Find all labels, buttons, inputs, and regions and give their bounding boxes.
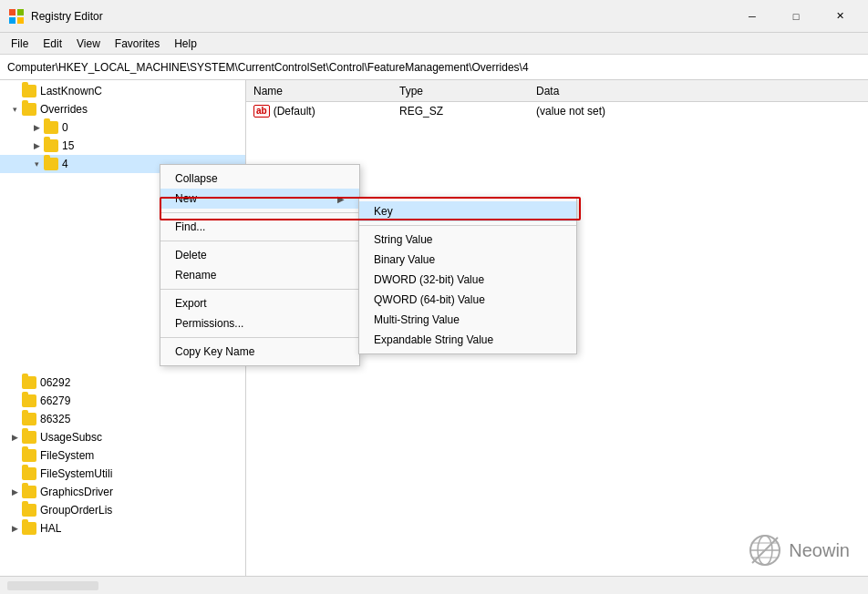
sub-ctx-qword-label: QWORD (64-bit) Value — [374, 293, 485, 306]
col-data: Data — [529, 85, 868, 97]
sub-context-menu: Key String Value Binary Value DWORD (32-… — [358, 197, 577, 354]
sub-ctx-key[interactable]: Key — [359, 201, 576, 221]
tree-item-overrides[interactable]: ▾ Overrides — [0, 100, 245, 118]
tree-label: 86325 — [40, 413, 70, 425]
expand-icon — [7, 466, 22, 481]
folder-icon — [22, 467, 36, 480]
ctx-permissions[interactable]: Permissions... — [160, 313, 359, 333]
tree-item-usagesubsc[interactable]: ▶ UsageSubsc — [0, 428, 245, 446]
expand-icon: ▶ — [7, 485, 22, 499]
ctx-find-label: Find... — [175, 220, 205, 233]
expand-icon: ▶ — [29, 120, 44, 135]
sub-ctx-string[interactable]: String Value — [359, 230, 576, 250]
tree-item-0[interactable]: ▶ 0 — [0, 118, 245, 137]
folder-icon — [22, 431, 36, 444]
ctx-delete[interactable]: Delete — [160, 245, 359, 265]
ctx-export[interactable]: Export — [160, 293, 359, 313]
ctx-new[interactable]: New ▶ — [160, 189, 359, 209]
cell-name: ab (Default) — [246, 105, 392, 118]
maximize-button[interactable]: □ — [775, 2, 817, 31]
ctx-collapse[interactable]: Collapse — [160, 169, 359, 189]
expand-icon — [7, 503, 22, 517]
ctx-find[interactable]: Find... — [160, 217, 359, 237]
tree-label: UsageSubsc — [40, 431, 102, 444]
tree-item-filesystemutili[interactable]: FileSystemUtili — [0, 465, 245, 483]
expand-icon — [7, 375, 22, 390]
svg-rect-1 — [17, 9, 24, 15]
separator-2 — [160, 241, 359, 241]
tree-item-lastknownc[interactable]: LastKnownC — [0, 82, 245, 100]
ctx-rename[interactable]: Rename — [160, 265, 359, 285]
tree-item-86325[interactable]: 86325 — [0, 410, 245, 428]
ctx-delete-label: Delete — [175, 249, 207, 261]
neowin-watermark: Neowin — [749, 534, 850, 567]
folder-icon — [22, 85, 36, 97]
col-type: Type — [392, 85, 529, 97]
tree-item-filesystem[interactable]: FileSystem — [0, 446, 245, 465]
sub-ctx-string-label: String Value — [374, 233, 432, 246]
tree-label: 0 — [62, 121, 68, 134]
address-bar: Computer\HKEY_LOCAL_MACHINE\SYSTEM\Curre… — [0, 55, 868, 80]
tree-label: GroupOrderLis — [40, 504, 112, 517]
sub-ctx-multistring-label: Multi-String Value — [374, 313, 460, 326]
folder-icon — [22, 522, 36, 535]
sub-ctx-qword[interactable]: QWORD (64-bit) Value — [359, 290, 576, 310]
ab-icon: ab — [253, 105, 270, 118]
sub-ctx-multistring[interactable]: Multi-String Value — [359, 310, 576, 330]
expand-icon: ▾ — [7, 102, 22, 117]
cell-data: (value not set) — [529, 105, 868, 118]
tree-item-06292[interactable]: 06292 — [0, 374, 245, 392]
menu-favorites[interactable]: Favorites — [108, 36, 167, 52]
window-controls: ─ □ ✕ — [731, 2, 861, 31]
close-button[interactable]: ✕ — [819, 2, 861, 31]
separator-3 — [160, 289, 359, 290]
folder-icon — [22, 449, 36, 462]
separator-4 — [160, 337, 359, 338]
col-name: Name — [246, 85, 392, 97]
tree-item-hal[interactable]: ▶ HAL — [0, 519, 245, 538]
folder-icon — [22, 413, 36, 425]
scrollbar[interactable] — [7, 581, 98, 590]
folder-icon — [22, 504, 36, 517]
sub-ctx-dword[interactable]: DWORD (32-bit) Value — [359, 270, 576, 290]
tree-label: GraphicsDriver — [40, 486, 113, 498]
sub-separator-1 — [359, 225, 576, 226]
submenu-arrow: ▶ — [337, 194, 345, 204]
title-bar: Registry Editor ─ □ ✕ — [0, 0, 868, 33]
ctx-new-label: New — [175, 192, 197, 205]
folder-icon — [22, 486, 36, 498]
expand-icon — [7, 394, 22, 408]
expand-icon: ▾ — [29, 157, 44, 171]
tree-label: FileSystem — [40, 449, 94, 462]
tree-label: Overrides — [40, 103, 88, 116]
folder-icon — [22, 376, 36, 389]
address-path: Computer\HKEY_LOCAL_MACHINE\SYSTEM\Curre… — [7, 61, 529, 74]
minimize-button[interactable]: ─ — [731, 2, 773, 31]
tree-label: 06292 — [40, 376, 70, 389]
separator-1 — [160, 212, 359, 213]
tree-item-66279[interactable]: 66279 — [0, 392, 245, 410]
sub-ctx-key-label: Key — [374, 205, 393, 218]
menu-file[interactable]: File — [4, 36, 36, 52]
menu-view[interactable]: View — [69, 36, 108, 52]
menu-bar: File Edit View Favorites Help — [0, 33, 868, 55]
ctx-copykey[interactable]: Copy Key Name — [160, 342, 359, 362]
tree-item-graphicsdriver[interactable]: ▶ GraphicsDriver — [0, 483, 245, 501]
expand-icon — [7, 448, 22, 463]
registry-row-default[interactable]: ab (Default) REG_SZ (value not set) — [246, 102, 868, 120]
sub-ctx-expandable-label: Expandable String Value — [374, 333, 493, 346]
neowin-globe-icon — [749, 534, 781, 567]
svg-rect-0 — [9, 9, 16, 15]
expand-icon — [7, 84, 22, 98]
menu-help[interactable]: Help — [167, 36, 204, 52]
tree-label: 15 — [62, 139, 74, 152]
tree-item-grouporderlis[interactable]: GroupOrderLis — [0, 501, 245, 519]
ctx-rename-label: Rename — [175, 269, 216, 282]
tree-label: FileSystemUtili — [40, 467, 112, 480]
folder-icon — [44, 139, 58, 152]
expand-icon: ▶ — [7, 521, 22, 536]
sub-ctx-expandable[interactable]: Expandable String Value — [359, 330, 576, 350]
menu-edit[interactable]: Edit — [36, 36, 69, 52]
sub-ctx-binary[interactable]: Binary Value — [359, 250, 576, 270]
tree-item-15[interactable]: ▶ 15 — [0, 137, 245, 155]
